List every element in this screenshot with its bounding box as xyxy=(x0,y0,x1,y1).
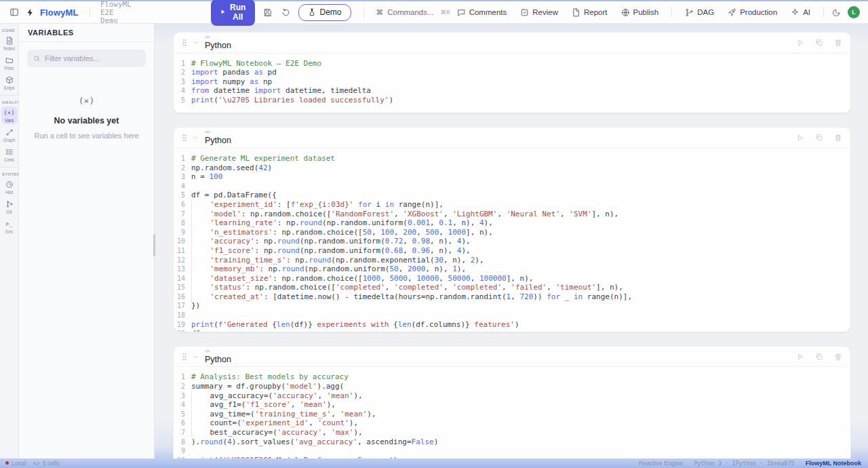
report-button[interactable]: Report xyxy=(566,5,614,20)
code-line[interactable]: 19print(f'Generated {len(df)} experiment… xyxy=(174,320,850,330)
duplicate-cell-button[interactable] xyxy=(814,132,825,143)
code-text: # FlowyML Notebook — E2E Demo xyxy=(191,59,321,69)
run-cell-button[interactable] xyxy=(795,132,806,143)
code-text: df xyxy=(191,329,200,332)
dag-button[interactable]: DAG xyxy=(679,5,720,20)
run-all-button[interactable]: Run All xyxy=(211,0,255,26)
sidebar-resize-handle[interactable] xyxy=(153,234,155,256)
rail-item-label: Files xyxy=(1,66,18,71)
cell-code-editor[interactable]: 1# Generate ML experiment dataset2np.ran… xyxy=(174,149,850,332)
code-line[interactable]: 4 avg_f1=('f1_score', 'mean'), xyxy=(174,400,850,410)
code-line[interactable]: 6 'experiment_id': [f'exp_{i:03d}' for i… xyxy=(174,200,850,210)
rail-item-hist[interactable]: Hist xyxy=(1,178,18,196)
code-line[interactable]: 14 'dataset_size': np.random.choice([100… xyxy=(174,274,850,284)
code-line[interactable]: 7 'model': np.random.choice(['RandomFore… xyxy=(174,210,850,219)
code-line[interactable]: 6 count=('experiment_id', 'count'), xyxy=(174,418,850,428)
rail-item-cells[interactable]: Cells xyxy=(1,146,18,163)
code-line[interactable]: 2np.random.seed(42) xyxy=(174,163,850,173)
code-line[interactable]: 8 'learning_rate': np.round(np.random.un… xyxy=(174,218,850,228)
delete-cell-button[interactable] xyxy=(833,351,844,362)
code-line[interactable]: 20df xyxy=(174,329,850,332)
drag-handle-icon[interactable] xyxy=(180,132,189,143)
code-line[interactable]: 5 avg_time=('training_time_s', 'mean'), xyxy=(174,410,850,419)
rail-item-files[interactable]: Files xyxy=(1,54,18,72)
run-cell-button[interactable] xyxy=(795,37,806,48)
rail-item-snips[interactable]: Snips xyxy=(1,74,18,92)
code-line[interactable]: 4 xyxy=(174,182,850,191)
code-line[interactable]: 17}) xyxy=(174,301,850,311)
delete-cell-button[interactable] xyxy=(833,132,844,143)
code-line[interactable]: 15 'status': np.random.choice(['complete… xyxy=(174,283,850,292)
duplicate-cell-button[interactable] xyxy=(814,37,825,48)
code-line[interactable]: 1# FlowyML Notebook — E2E Demo xyxy=(174,59,850,69)
code-line[interactable]: 1# Analysis: Best models by accuracy xyxy=(174,372,850,382)
cell-code-editor[interactable]: 1# Analysis: Best models by accuracy2sum… xyxy=(174,367,850,459)
user-avatar[interactable]: L xyxy=(848,6,860,18)
code-line[interactable]: 16 'created_at': [datetime.now() - timed… xyxy=(174,292,850,302)
code-line[interactable]: 4from datetime import datetime, timedelt… xyxy=(174,86,850,96)
code-line[interactable]: 3 avg_accuracy=('accuracy', 'mean'), xyxy=(174,391,850,401)
status-right: Reactive Engine Python 3 · IPython · 1be… xyxy=(639,460,861,467)
code-line[interactable]: 2import pandas as pd xyxy=(174,68,850,77)
demo-button[interactable]: Demo xyxy=(298,4,351,21)
code-line[interactable]: 7 best_accuracy=('accuracy', 'max'), xyxy=(174,428,850,437)
chevron-down-icon[interactable] xyxy=(189,352,201,362)
code-line[interactable]: 2summary = df.groupby('model').agg( xyxy=(174,382,850,391)
notes-icon xyxy=(1,37,18,45)
drag-handle-icon[interactable] xyxy=(180,37,189,48)
code-line[interactable]: 3import numpy as np xyxy=(174,77,850,87)
code-line[interactable]: 1# Generate ML experiment dataset xyxy=(174,154,850,163)
code-line[interactable]: 13 'memory_mb': np.round(np.random.unifo… xyxy=(174,265,850,274)
restart-button[interactable] xyxy=(280,7,292,18)
code-line[interactable]: 11 'f1_score': np.round(np.random.unifor… xyxy=(174,246,850,256)
code-line[interactable]: 5print('\u2705 Libraries loaded successf… xyxy=(174,96,850,105)
ai-icon xyxy=(791,8,800,17)
rail-item-graph[interactable]: Graph xyxy=(1,126,18,144)
comments-label: Comments xyxy=(469,8,507,16)
rail-item-vars[interactable]: (×)Vars xyxy=(1,106,18,124)
connection-status[interactable]: Local xyxy=(5,460,26,467)
cell-code-editor[interactable]: 1# FlowyML Notebook — E2E Demo2import pa… xyxy=(174,54,850,113)
review-button[interactable]: Review xyxy=(514,5,564,20)
save-icon xyxy=(263,8,272,17)
code-icon: <> xyxy=(33,460,40,467)
filter-variables-box[interactable] xyxy=(27,50,146,67)
cell-language-selector[interactable]: <>Python xyxy=(205,349,231,364)
rail-item-notes[interactable]: Notes xyxy=(1,35,18,52)
divider xyxy=(671,7,672,18)
save-button[interactable] xyxy=(262,7,273,18)
commands-button[interactable]: ⌘ Commands... xyxy=(376,8,433,16)
comments-button[interactable]: Comments xyxy=(451,5,513,20)
code-line[interactable]: 9 'n_estimators': np.random.choice([50, … xyxy=(174,228,850,237)
code-line[interactable]: 3n = 100 xyxy=(174,172,850,182)
chevron-down-icon[interactable] xyxy=(189,38,201,47)
production-icon xyxy=(728,8,736,17)
code-line[interactable]: 5df = pd.DataFrame({ xyxy=(174,191,850,200)
cells-count[interactable]: <> 5 cells xyxy=(33,460,60,467)
run-all-label: Run All xyxy=(230,3,246,22)
code-line[interactable]: 10 'accuracy': np.round(np.random.unifor… xyxy=(174,237,850,246)
code-line[interactable]: 18 xyxy=(174,311,850,320)
duplicate-cell-button[interactable] xyxy=(814,351,825,362)
filter-variables-input[interactable] xyxy=(45,54,140,62)
production-button[interactable]: Production xyxy=(722,5,783,20)
code-line[interactable]: 8).round(4).sort_values('avg_accuracy', … xyxy=(174,437,850,447)
publish-button[interactable]: Publish xyxy=(615,5,665,20)
chevron-down-icon[interactable] xyxy=(189,133,201,142)
sidebar-toggle-button[interactable] xyxy=(8,6,20,18)
run-cell-button[interactable] xyxy=(795,351,806,362)
cell-language-selector[interactable]: <>Python xyxy=(205,130,231,145)
rail-item-env[interactable]: >_Env xyxy=(1,218,18,235)
kernel-label[interactable]: Python 3 · IPython · 1beea075 xyxy=(694,460,794,467)
review-label: Review xyxy=(532,8,558,16)
theme-toggle-button[interactable] xyxy=(831,7,842,18)
connection-label: Local xyxy=(12,460,26,467)
delete-cell-button[interactable] xyxy=(833,37,844,48)
line-number: 3 xyxy=(174,391,191,401)
rail-item-git[interactable]: Git xyxy=(1,198,18,216)
cell-language-selector[interactable]: <>Python xyxy=(205,35,231,50)
ai-button[interactable]: AI xyxy=(785,5,816,20)
code-line[interactable]: 9 xyxy=(174,446,850,456)
drag-handle-icon[interactable] xyxy=(180,351,189,362)
code-line[interactable]: 12 'training_time_s': np.round(np.random… xyxy=(174,256,850,265)
